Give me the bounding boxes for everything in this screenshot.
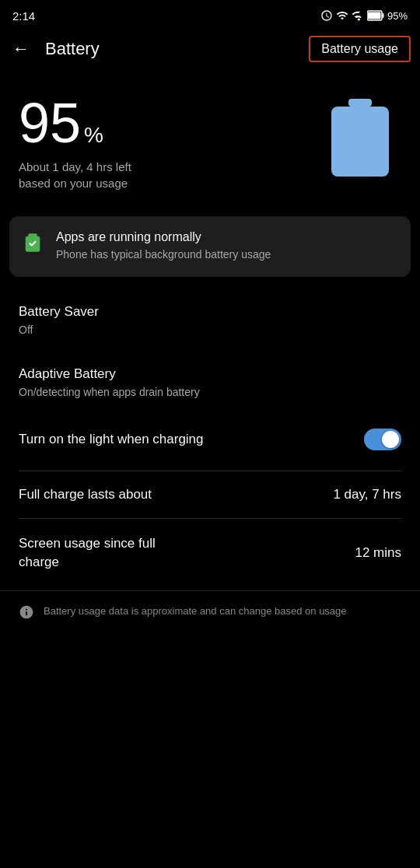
charging-light-item[interactable]: Turn on the light when charging — [0, 415, 420, 464]
charging-light-title: Turn on the light when charging — [19, 431, 352, 448]
battery-main-section: 95 % About 1 day, 4 hrs left based on yo… — [0, 70, 420, 216]
screen-usage-label: Screen usage since full charge — [19, 534, 190, 572]
battery-percent-symbol: % — [84, 123, 103, 148]
battery-time-left: About 1 day, 4 hrs left based on your us… — [19, 159, 131, 191]
adaptive-battery-title: Adaptive Battery — [19, 366, 200, 383]
screen-usage-row: Screen usage since full charge 12 mins — [0, 519, 420, 587]
status-time: 2:14 — [12, 9, 35, 23]
info-card: Apps are running normally Phone has typi… — [9, 216, 411, 277]
svg-rect-3 — [348, 99, 372, 107]
status-icons: 95% — [320, 9, 408, 22]
full-charge-label: Full charge lasts about — [19, 487, 152, 502]
svg-rect-2 — [368, 12, 381, 19]
settings-list: Battery Saver Off Adaptive Battery On/de… — [0, 283, 420, 471]
charging-light-toggle[interactable] — [364, 429, 401, 450]
header: ← Battery Battery usage — [0, 28, 420, 70]
full-charge-row: Full charge lasts about 1 day, 7 hrs — [0, 471, 420, 518]
battery-icon — [325, 99, 395, 184]
screen-usage-value: 12 mins — [355, 545, 401, 561]
adaptive-battery-text: Adaptive Battery On/detecting when apps … — [19, 366, 200, 401]
alarm-icon — [320, 9, 333, 22]
battery-icon-container — [325, 99, 395, 187]
battery-percent-section: 95 % About 1 day, 4 hrs left based on yo… — [19, 95, 131, 191]
battery-saver-text: Battery Saver Off — [19, 303, 99, 338]
full-charge-value: 1 day, 7 hrs — [333, 487, 401, 502]
status-bar: 2:14 95% — [0, 0, 420, 28]
info-card-subtitle: Phone has typical background battery usa… — [56, 247, 271, 263]
battery-saver-item[interactable]: Battery Saver Off — [0, 289, 420, 352]
page-title: Battery — [45, 39, 296, 59]
footer-note-text: Battery usage data is approximate and ca… — [44, 604, 347, 619]
battery-percent-number: 95 — [19, 95, 81, 151]
info-card-title: Apps are running normally — [56, 230, 271, 244]
battery-percent-status: 95% — [387, 10, 408, 22]
svg-rect-6 — [334, 112, 386, 173]
battery-saver-subtitle: Off — [19, 323, 99, 338]
back-button[interactable]: ← — [9, 36, 33, 62]
adaptive-battery-item[interactable]: Adaptive Battery On/detecting when apps … — [0, 352, 420, 415]
battery-usage-button[interactable]: Battery usage — [309, 36, 411, 62]
info-card-text: Apps are running normally Phone has typi… — [56, 230, 271, 263]
battery-status-icon — [367, 10, 384, 21]
info-icon — [19, 604, 34, 623]
toggle-thumb — [382, 431, 399, 448]
battery-saver-title: Battery Saver — [19, 303, 99, 320]
info-rows: Full charge lasts about 1 day, 7 hrs Scr… — [0, 471, 420, 587]
battery-check-icon — [22, 232, 44, 257]
battery-percent-row: 95 % — [19, 95, 131, 151]
adaptive-battery-subtitle: On/detecting when apps drain battery — [19, 385, 200, 401]
signal-icon — [352, 9, 364, 22]
charging-light-text: Turn on the light when charging — [19, 431, 364, 448]
footer-note: Battery usage data is approximate and ca… — [0, 590, 420, 635]
svg-rect-1 — [382, 13, 383, 18]
wifi-icon — [336, 9, 348, 22]
